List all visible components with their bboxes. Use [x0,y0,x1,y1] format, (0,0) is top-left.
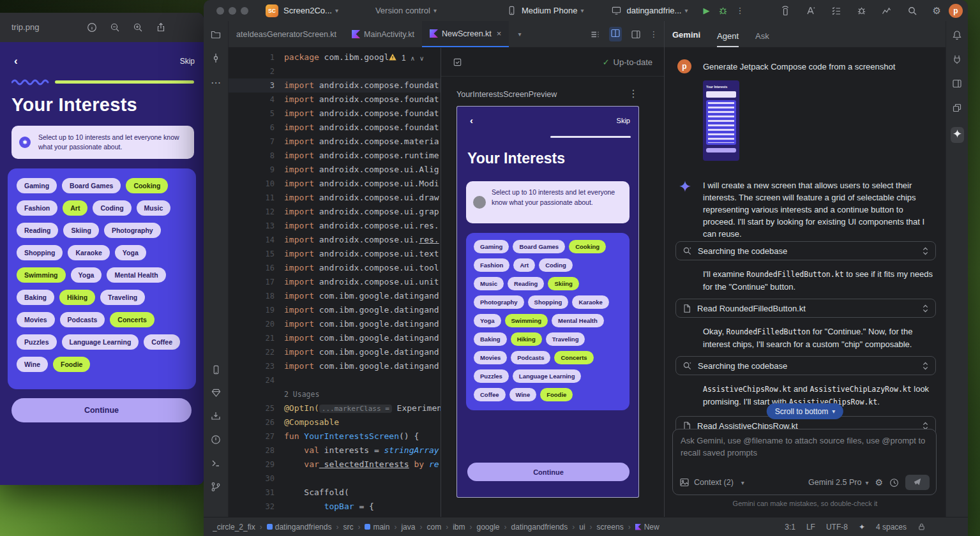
breadcrumb-item[interactable]: ibm [453,523,465,532]
device-streaming-icon[interactable] [780,6,790,16]
code-line[interactable]: 10import androidx.compose.ui.Modi [229,177,441,191]
tab-agent[interactable]: Agent [717,31,739,47]
scroll-to-bottom-button[interactable]: Scroll to bottom ▾ [767,403,843,419]
interest-chip[interactable]: Traveling [546,332,585,346]
build-tool-icon[interactable] [952,78,962,89]
gemini-status-icon[interactable]: ✦ [859,523,865,532]
tab-options-icon[interactable]: ⋮ [650,29,658,39]
code-line[interactable]: 27fun YourInterestsScreen() { [229,429,441,443]
breadcrumb-item[interactable]: datingandfriends [511,523,568,532]
code-line[interactable]: 32 topBar = { [229,500,441,514]
share-icon[interactable] [156,22,166,33]
breadcrumb-item[interactable]: google [476,523,499,532]
indent-setting[interactable]: 4 spaces [876,523,907,532]
interest-chip[interactable]: Hiking [511,332,542,346]
debug-button[interactable] [718,6,728,15]
minimize-button[interactable] [229,7,236,15]
code-line[interactable]: 18import com.ibm.google.datingand [229,289,441,303]
code-line[interactable]: 16import androidx.compose.ui.tool [229,261,441,275]
ui-check-icon[interactable] [453,57,462,67]
device-manager-icon[interactable] [211,411,221,421]
interest-chip[interactable]: Foodie [540,388,573,401]
breadcrumb-item[interactable]: _circle_2_fix [213,523,255,532]
tab-dateideasgeneratorscreen[interactable]: ateIdeasGeneratorScreen.kt [229,21,344,47]
zoom-out-icon[interactable] [110,22,120,33]
tab-mainactivity[interactable]: MainActivity.kt [344,21,422,47]
interest-chip[interactable]: Art [513,258,535,272]
continue-button[interactable]: Continue [467,463,629,481]
code-editor[interactable]: 1package com.ibm.googl23import androidx.… [229,48,441,517]
interest-chip[interactable]: Yoga [474,314,501,327]
context-selector[interactable]: Context (2) [694,478,734,487]
breadcrumb-item[interactable]: src [343,523,353,532]
resource-manager-icon[interactable] [952,103,962,113]
code-line[interactable]: 25@OptIn(...markerClass = Experiment [229,401,441,415]
preview-layout-icon[interactable] [631,29,641,40]
interest-chip[interactable]: Karaoke [572,295,609,309]
profiler-icon[interactable] [882,6,892,16]
code-line[interactable]: 28 val interests = stringArray [229,443,441,458]
code-line[interactable]: 5import androidx.compose.foundat [229,107,441,121]
interest-chip[interactable]: Gaming [474,240,509,253]
skip-button[interactable]: Skip [617,117,630,124]
interest-chip[interactable]: Language Learning [513,369,582,383]
code-line[interactable]: 30 [229,472,441,486]
model-selector[interactable]: Gemini 2.5 Pro [808,478,861,487]
back-chevron[interactable]: ‹ [470,115,473,126]
device-selector[interactable]: Medium Phone [522,6,577,15]
run-button[interactable]: ▶ [703,6,709,15]
code-line[interactable]: 15import androidx.compose.ui.text [229,247,441,261]
todo-checklist-icon[interactable] [831,6,841,16]
interest-chip[interactable]: Movies [474,351,507,364]
code-line[interactable]: 2 [229,64,441,78]
file-encoding[interactable]: UTF-8 [826,523,848,532]
code-line[interactable]: 29 var selectedInterests by re [229,458,441,472]
split-editor-icon[interactable] [609,27,622,41]
code-line[interactable]: 19import com.ibm.google.datingand [229,303,441,317]
code-line[interactable]: 3import androidx.compose.foundat [229,78,441,93]
interest-chip[interactable]: Fashion [474,258,509,272]
breadcrumb-item[interactable]: New [635,523,660,532]
tool-call-search-2[interactable]: Searching the codebase [675,356,936,375]
screenshot-thumbnail[interactable]: Your Interests [703,80,739,161]
user-avatar[interactable]: p [949,4,963,18]
expand-collapse-icon[interactable] [922,362,929,370]
code-line[interactable]: 26@Composable [229,415,441,429]
interest-chip[interactable]: Skiing [548,277,579,290]
interest-chip[interactable]: Cooking [569,240,606,253]
caret-position[interactable]: 3:1 [785,523,795,532]
running-devices-icon[interactable] [211,365,221,375]
commit-tool-icon[interactable] [211,53,221,63]
gemini-tool-icon[interactable] [951,127,964,143]
prev-problem-icon[interactable]: ∧ [411,55,415,62]
code-line[interactable]: 4import androidx.compose.foundat [229,93,441,107]
ai-actions-icon[interactable] [806,6,816,16]
code-line[interactable]: 6import androidx.compose.foundat [229,121,441,135]
interest-chip[interactable]: Coffee [474,388,506,401]
gemini-settings-icon[interactable]: ⚙ [875,477,883,488]
send-button[interactable] [905,475,930,490]
hidden-tabs-chevron[interactable]: ▾ [518,31,521,38]
code-line[interactable]: 20import com.ibm.google.datingand [229,317,441,331]
code-line[interactable]: 31 Scaffold( [229,486,441,500]
breadcrumb-item[interactable]: screens [597,523,624,532]
interest-chip[interactable]: Baking [474,332,507,346]
code-line[interactable]: 12import androidx.compose.ui.grap [229,205,441,219]
close-tab-icon[interactable]: × [497,29,502,38]
interest-chip[interactable]: Photography [474,295,524,309]
interest-chip[interactable]: Board Games [513,240,565,253]
expand-collapse-icon[interactable] [922,304,929,313]
interest-chip[interactable]: Reading [508,277,544,290]
device-explorer-icon[interactable] [952,54,962,64]
attach-image-icon[interactable] [679,477,690,488]
interest-chip[interactable]: Coding [539,258,573,272]
preview-window-titlebar[interactable]: trip.png [0,13,204,43]
breadcrumb-item[interactable]: main [365,523,389,532]
breadcrumb-item[interactable]: ui [579,523,585,532]
code-line[interactable]: 23import com.ibm.google.datingand [229,359,441,373]
code-line[interactable]: 14import androidx.compose.ui.res. [229,233,441,247]
interest-chip[interactable]: Shopping [528,295,569,309]
next-problem-icon[interactable]: ∨ [419,55,424,62]
git-branch-icon[interactable] [211,482,221,492]
gemini-input-box[interactable]: Context (2) ▾ Gemini 2.5 Pro ▾ ⚙ [672,429,937,495]
